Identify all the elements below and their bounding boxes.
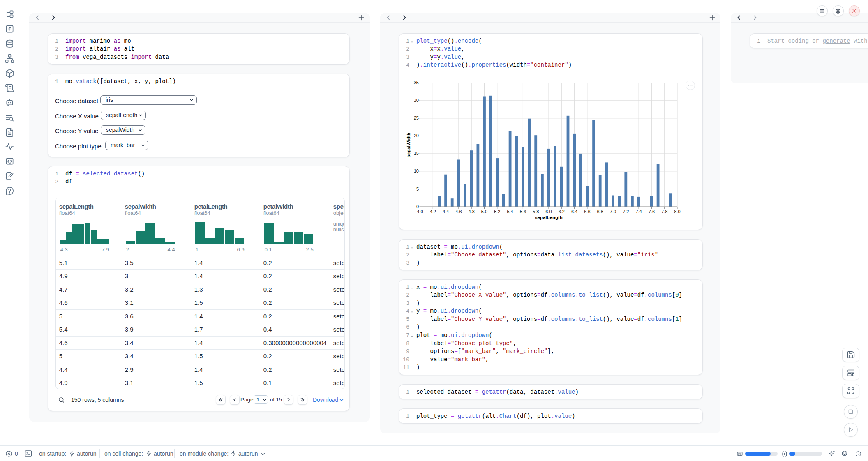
svg-text:7.2: 7.2: [623, 209, 629, 214]
svg-text:4.8: 4.8: [469, 209, 475, 214]
svg-text:8.0: 8.0: [674, 209, 680, 214]
svg-text:sepalLength: sepalLength: [535, 215, 563, 220]
svg-text:5.2: 5.2: [494, 209, 500, 214]
svg-text:5: 5: [416, 187, 419, 191]
svg-text:0: 0: [416, 204, 419, 209]
svg-text:25: 25: [414, 115, 419, 120]
svg-text:35: 35: [414, 80, 419, 85]
svg-text:7.8: 7.8: [661, 209, 667, 214]
svg-text:5.4: 5.4: [507, 209, 513, 214]
svg-text:7.4: 7.4: [635, 209, 642, 214]
svg-text:15: 15: [414, 151, 419, 156]
svg-text:sepalWidth: sepalWidth: [406, 132, 411, 157]
svg-text:6.2: 6.2: [559, 209, 565, 214]
svg-text:30: 30: [414, 98, 419, 103]
svg-text:4.4: 4.4: [443, 209, 449, 214]
svg-text:6.6: 6.6: [584, 209, 590, 214]
svg-text:7.0: 7.0: [610, 209, 616, 214]
svg-text:7.6: 7.6: [649, 209, 655, 214]
svg-text:10: 10: [414, 168, 419, 173]
svg-text:5.0: 5.0: [481, 209, 487, 214]
svg-text:6.4: 6.4: [571, 209, 577, 214]
svg-text:4.2: 4.2: [430, 209, 436, 214]
svg-text:6.0: 6.0: [545, 209, 552, 214]
svg-text:6.8: 6.8: [597, 209, 603, 214]
svg-text:20: 20: [414, 133, 419, 138]
svg-text:5.6: 5.6: [520, 209, 526, 214]
svg-text:5.8: 5.8: [533, 209, 539, 214]
svg-text:4.6: 4.6: [455, 209, 462, 214]
svg-text:4.0: 4.0: [417, 209, 423, 214]
